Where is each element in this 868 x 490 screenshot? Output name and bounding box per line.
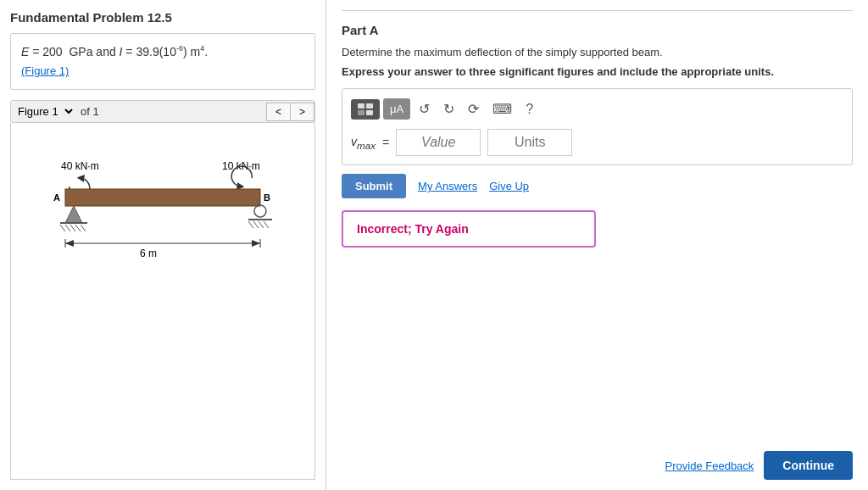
provide-feedback-button[interactable]: Provide Feedback (665, 459, 754, 472)
give-up-button[interactable]: Give Up (489, 180, 529, 192)
hatch8 (259, 221, 264, 228)
help-button[interactable]: ? (520, 98, 538, 120)
equation-text: E = 200 GPa and I = 39.9(10-6) m4. (21, 45, 208, 58)
refresh-button[interactable]: ⟳ (463, 97, 484, 120)
figure-nav: Figure 1 of 1 < > (10, 100, 315, 123)
support-left-pin (65, 206, 82, 223)
figure-select[interactable]: Figure 1 (11, 101, 75, 122)
toolbar: μA ↺ ↻ ⟳ ⌨ ? (351, 97, 843, 120)
hatch4 (75, 225, 81, 231)
problem-info-box: E = 200 GPa and I = 39.9(10-6) m4. (Figu… (10, 33, 315, 90)
bottom-row: Provide Feedback Continue (342, 451, 853, 480)
support-right-roller (254, 205, 266, 217)
problem-title: Fundamental Problem 12.5 (10, 10, 315, 25)
equals-sign: = (382, 136, 389, 149)
svg-rect-3 (366, 110, 373, 115)
svg-rect-2 (358, 110, 364, 115)
beam-svg: 40 kN·m 10 kN·m A B (23, 131, 303, 267)
left-panel: Fundamental Problem 12.5 E = 200 GPa and… (0, 0, 326, 490)
next-figure-button[interactable]: > (290, 103, 314, 121)
dimension-label: 6 m (140, 248, 157, 259)
redo-button[interactable]: ↻ (438, 97, 459, 120)
svg-rect-0 (358, 103, 364, 109)
mu-label: μA (390, 103, 403, 115)
dim-arrow-left (65, 240, 74, 247)
part-label: Part A (342, 23, 853, 37)
hatch9 (264, 221, 269, 228)
undo-button[interactable]: ↺ (414, 97, 435, 120)
keyboard-button[interactable]: ⌨ (487, 97, 517, 120)
hatch7 (253, 221, 259, 228)
node-a-label: A (53, 192, 60, 203)
instruction-text: Express your answer to three significant… (342, 65, 853, 78)
nav-buttons: < > (266, 103, 314, 121)
figure-box: 40 kN·m 10 kN·m A B (10, 123, 315, 480)
label-left-moment: 40 kN·m (61, 160, 99, 172)
svg-rect-1 (366, 103, 373, 109)
value-input[interactable] (396, 129, 481, 156)
feedback-message: Incorrect; Try Again (357, 222, 469, 236)
dim-arrow-right (252, 240, 260, 247)
prev-figure-button[interactable]: < (266, 103, 290, 121)
hatch1 (60, 225, 65, 231)
feedback-box: Incorrect; Try Again (342, 210, 596, 248)
variable-label: vmax (351, 135, 376, 151)
question-text: Determine the maximum deflection of the … (342, 46, 853, 58)
action-row: Submit My Answers Give Up (342, 174, 853, 198)
top-divider (342, 10, 853, 11)
right-panel: Part A Determine the maximum deflection … (326, 0, 868, 490)
beam-body (65, 189, 260, 206)
hatch2 (65, 225, 70, 231)
node-b-label: B (264, 192, 270, 203)
matrix-icon (358, 103, 373, 115)
hatch3 (70, 225, 75, 231)
figure-link[interactable]: (Figure 1) (21, 64, 69, 77)
continue-button[interactable]: Continue (764, 451, 853, 480)
beam-diagram-container: 40 kN·m 10 kN·m A B (11, 123, 314, 276)
input-row: vmax = (351, 129, 843, 156)
hatch5 (81, 225, 86, 231)
my-answers-button[interactable]: My Answers (418, 180, 477, 192)
matrix-button[interactable] (351, 99, 380, 120)
units-input[interactable] (487, 129, 572, 156)
mu-button[interactable]: μA (383, 98, 410, 120)
of-label: of 1 (75, 105, 104, 118)
answer-area: μA ↺ ↻ ⟳ ⌨ ? vmax = (342, 88, 853, 165)
hatch6 (248, 221, 253, 228)
submit-button[interactable]: Submit (342, 174, 406, 198)
